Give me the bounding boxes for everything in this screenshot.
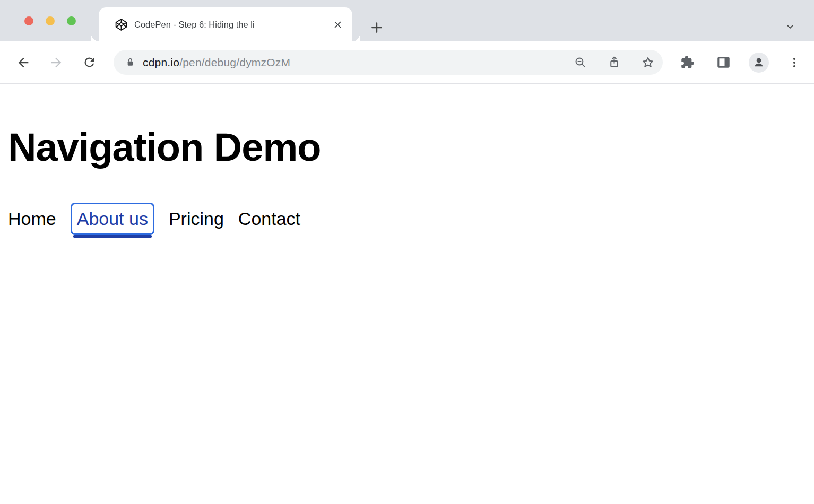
page-title: Navigation Demo <box>8 126 814 169</box>
tab-close-icon[interactable] <box>330 17 345 32</box>
page-content: Navigation Demo Home About us Pricing Co… <box>0 126 814 504</box>
window-controls <box>24 0 76 41</box>
nav-link-about-us-focused[interactable]: About us <box>71 203 154 235</box>
site-navigation: Home About us Pricing Contact <box>8 203 814 235</box>
new-tab-button[interactable] <box>367 18 386 37</box>
back-button[interactable] <box>13 52 34 73</box>
browser-tab-active[interactable]: CodePen - Step 6: Hiding the li <box>99 7 352 41</box>
tab-title: CodePen - Step 6: Hiding the li <box>134 20 330 30</box>
reload-button[interactable] <box>79 52 100 73</box>
zoom-out-icon[interactable] <box>570 53 590 72</box>
url-domain: cdpn.io <box>143 56 179 68</box>
forward-button[interactable] <box>46 52 67 73</box>
nav-link-contact[interactable]: Contact <box>238 208 300 229</box>
kebab-menu-icon[interactable] <box>784 52 805 73</box>
window-close-button[interactable] <box>24 16 33 25</box>
window-minimize-button[interactable] <box>46 16 55 25</box>
extensions-puzzle-icon[interactable] <box>677 52 698 73</box>
url-path: /pen/debug/dymzOzM <box>179 56 290 68</box>
profile-avatar[interactable] <box>749 53 769 73</box>
url-text: cdpn.io/pen/debug/dymzOzM <box>143 56 290 69</box>
nav-link-pricing[interactable]: Pricing <box>169 208 224 229</box>
share-icon[interactable] <box>604 53 624 72</box>
window-zoom-button[interactable] <box>67 16 76 25</box>
bookmark-star-icon[interactable] <box>638 53 657 72</box>
browser-tab-strip: CodePen - Step 6: Hiding the li <box>0 0 814 41</box>
side-panel-icon[interactable] <box>713 52 734 73</box>
tab-search-chevron-down-icon[interactable] <box>781 19 799 34</box>
address-bar[interactable]: cdpn.io/pen/debug/dymzOzM <box>114 50 663 75</box>
codepen-logo-icon <box>115 18 128 31</box>
nav-link-home[interactable]: Home <box>8 208 56 229</box>
lock-icon[interactable] <box>125 57 136 68</box>
browser-toolbar: cdpn.io/pen/debug/dymzOzM <box>0 41 814 84</box>
